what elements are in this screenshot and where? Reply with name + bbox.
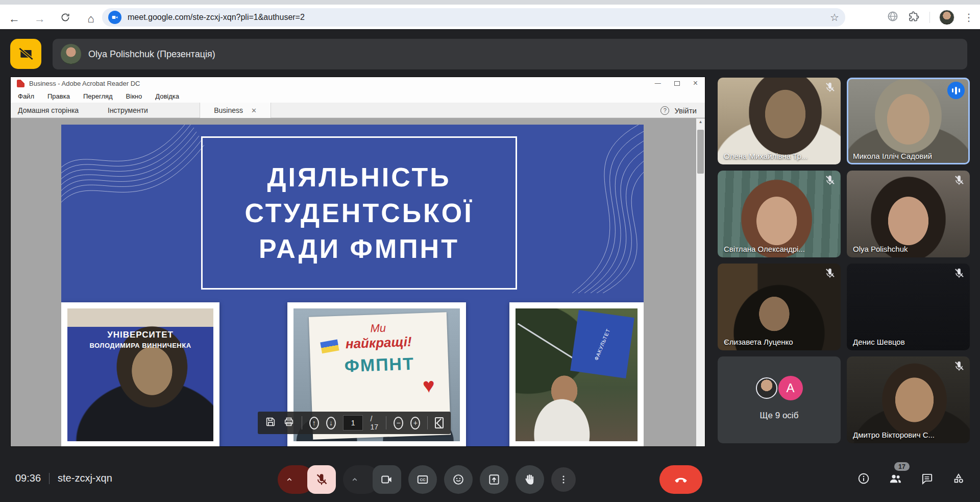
back-icon[interactable]: ← xyxy=(7,12,21,26)
present-screen-button[interactable] xyxy=(480,465,508,494)
tab-business-label: Business xyxy=(214,106,243,114)
more-participants-label: Ще 9 осіб xyxy=(718,411,841,421)
participant-tile[interactable]: Світлана Олександрі... xyxy=(718,171,841,257)
slide-photo-university: УНІВЕРСИТЕТ ВОЛОДИМИРА ВИННИЧЕНКА xyxy=(61,302,219,446)
forward-icon[interactable]: → xyxy=(33,12,47,26)
acrobat-menubar: Файл Правка Перегляд Вікно Довідка xyxy=(11,90,705,103)
clock-time: 09:36 xyxy=(15,472,41,484)
extensions-icon[interactable] xyxy=(908,10,920,25)
participant-name: Єлизавета Луценко xyxy=(724,338,793,346)
wave-decoration-right xyxy=(511,125,644,293)
participant-name: Дмитро Вікторович С... xyxy=(853,431,935,439)
address-bar[interactable]: meet.google.com/ste-zcxj-xqn?pli=1&authu… xyxy=(102,8,845,27)
menu-view[interactable]: Перегляд xyxy=(83,92,113,100)
camera-button[interactable] xyxy=(373,465,401,494)
shared-screen-acrobat-window: Business - Adobe Acrobat Reader DC — × Ф… xyxy=(11,77,705,446)
divider xyxy=(49,473,50,484)
slide-photo-flag: ФАКУЛЬТЕТ xyxy=(509,302,644,446)
globe-icon[interactable] xyxy=(887,10,899,25)
zoom-out-icon[interactable]: − xyxy=(394,417,403,429)
menu-edit[interactable]: Правка xyxy=(47,92,70,100)
faculty-flag-text: ФАКУЛЬТЕТ xyxy=(594,327,611,361)
help-icon[interactable]: ? xyxy=(660,106,669,115)
participant-name: Olya Polishchuk xyxy=(853,245,908,253)
faculty-flag: ФАКУЛЬТЕТ xyxy=(570,310,634,378)
sign-in-link[interactable]: Увійти xyxy=(674,106,697,115)
scrollbar-thumb[interactable] xyxy=(697,130,704,174)
meeting-details-button[interactable] xyxy=(856,471,871,486)
presenter-avatar xyxy=(61,44,81,64)
minimize-button[interactable]: — xyxy=(655,80,661,87)
fullscreen-fit-icon[interactable] xyxy=(435,417,444,428)
tab-tools[interactable]: Інструменти xyxy=(108,103,148,118)
meet-control-bar: 09:36 ste-zcxj-xqn xyxy=(0,457,980,502)
participant-grid: Олена Михайлівна Тр... Микола Ілліч Садо… xyxy=(718,78,970,443)
tab-home[interactable]: Домашня сторінка xyxy=(18,103,79,118)
participant-tile[interactable]: Olya Polishchuk xyxy=(847,171,970,257)
svg-text:CC: CC xyxy=(420,477,426,482)
google-meet-window: ← → ⌂ meet.google.com/ste-zcxj-xqn?pli=1… xyxy=(0,0,980,502)
stacked-avatars: A xyxy=(756,376,803,400)
avatar xyxy=(756,377,777,399)
slide-title-line3: РАДИ ФМПНТ xyxy=(259,231,459,267)
toolbar-divider xyxy=(929,12,930,23)
scroll-up-arrow-icon[interactable]: ▲ xyxy=(696,119,705,124)
presenter-banner: Olya Polishchuk (Презентація) xyxy=(53,39,967,69)
end-call-button[interactable] xyxy=(659,465,702,494)
acrobat-titlebar: Business - Adobe Acrobat Reader DC — × xyxy=(11,77,705,90)
participant-name: Денис Шевцов xyxy=(853,338,905,346)
previous-page-icon[interactable]: ↑ xyxy=(309,417,319,429)
meeting-code: ste-zcxj-xqn xyxy=(58,472,112,484)
zoom-in-icon[interactable]: + xyxy=(410,417,420,429)
mic-off-icon xyxy=(824,175,836,188)
page-number-input[interactable]: 1 xyxy=(343,415,363,431)
participants-button[interactable]: 17 xyxy=(888,471,902,486)
participant-count-badge: 17 xyxy=(894,462,910,471)
participant-tile[interactable]: Єлизавета Луценко xyxy=(718,264,841,350)
photo1-caption-line1: УНІВЕРСИТЕТ xyxy=(67,330,213,340)
menu-help[interactable]: Довідка xyxy=(155,92,179,100)
raise-hand-button[interactable] xyxy=(516,465,544,494)
next-page-icon[interactable]: ↓ xyxy=(326,417,336,429)
slide-page: ДІЯЛЬНІСТЬ СТУДЕНТСЬКОЇ РАДИ ФМПНТ УНІВЕ… xyxy=(61,125,644,446)
pdf-document-area: ДІЯЛЬНІСТЬ СТУДЕНТСЬКОЇ РАДИ ФМПНТ УНІВЕ… xyxy=(11,118,696,446)
save-icon[interactable] xyxy=(265,416,276,429)
more-participants-tile[interactable]: A Ще 9 осіб xyxy=(718,356,841,443)
tab-business[interactable]: Business ✕ xyxy=(200,103,271,118)
avatar-letter: A xyxy=(778,376,803,400)
profile-avatar[interactable] xyxy=(939,10,954,25)
print-icon[interactable] xyxy=(283,416,295,429)
bookmark-star-icon[interactable]: ☆ xyxy=(830,11,839,23)
presentation-hidden-badge[interactable] xyxy=(10,39,41,69)
mic-off-icon xyxy=(953,268,965,281)
close-window-button[interactable]: × xyxy=(693,79,698,88)
vertical-scrollbar[interactable]: ▲ xyxy=(696,118,705,446)
maximize-button[interactable] xyxy=(674,81,680,86)
tab-close-icon[interactable]: ✕ xyxy=(251,107,257,114)
mic-off-icon xyxy=(824,82,836,95)
slide-title-line2: СТУДЕНТСЬКОЇ xyxy=(244,195,473,231)
browser-menu-icon[interactable]: ⋮ xyxy=(964,11,974,23)
captions-button[interactable]: CC xyxy=(408,465,437,494)
participant-tile-active-speaker[interactable]: Микола Ілліч Садовий xyxy=(847,78,970,164)
home-icon[interactable]: ⌂ xyxy=(84,12,98,26)
more-options-button[interactable] xyxy=(551,467,576,492)
activities-button[interactable] xyxy=(951,471,966,486)
reload-icon[interactable] xyxy=(58,12,72,26)
url-text[interactable]: meet.google.com/ste-zcxj-xqn?pli=1&authu… xyxy=(128,13,830,22)
menu-window[interactable]: Вікно xyxy=(126,92,142,100)
menu-file[interactable]: Файл xyxy=(18,92,34,100)
page-count-label: / 17 xyxy=(370,415,379,431)
participant-tile[interactable]: Дмитро Вікторович С... xyxy=(847,356,970,443)
speaking-indicator-icon xyxy=(947,82,965,99)
participant-name: Олена Михайлівна Тр... xyxy=(724,152,807,160)
pdf-floating-toolbar: ↑ ↓ 1 / 17 − + xyxy=(258,412,451,434)
reactions-button[interactable] xyxy=(444,465,473,494)
acrobat-tab-bar: Домашня сторінка Інструменти Business ✕ … xyxy=(11,103,705,118)
slide-title-line1: ДІЯЛЬНІСТЬ xyxy=(267,159,451,195)
mic-muted-button[interactable] xyxy=(307,465,336,494)
participant-tile[interactable]: Олена Михайлівна Тр... xyxy=(718,78,841,164)
acrobat-app-icon xyxy=(17,80,24,87)
chat-button[interactable] xyxy=(920,471,934,486)
participant-tile[interactable]: Денис Шевцов xyxy=(847,264,970,350)
